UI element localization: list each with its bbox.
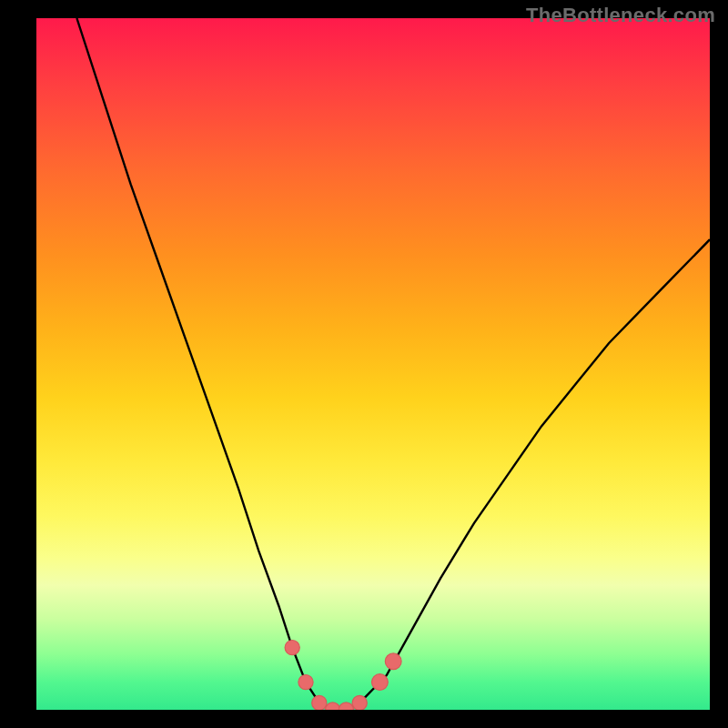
plot-area: [36, 18, 710, 710]
valley-marker: [352, 695, 367, 710]
valley-marker: [339, 703, 353, 710]
valley-marker: [326, 703, 340, 710]
valley-marker: [385, 653, 401, 670]
valley-marker: [372, 674, 389, 691]
curve-layer: [36, 18, 710, 710]
bottleneck-curve: [76, 18, 710, 710]
valley-marker: [285, 641, 299, 655]
chart-frame: TheBottleneck.com: [0, 0, 728, 728]
valley-markers: [285, 641, 401, 711]
valley-marker: [312, 695, 327, 710]
watermark-label: TheBottleneck.com: [526, 4, 715, 27]
valley-marker: [298, 675, 313, 690]
